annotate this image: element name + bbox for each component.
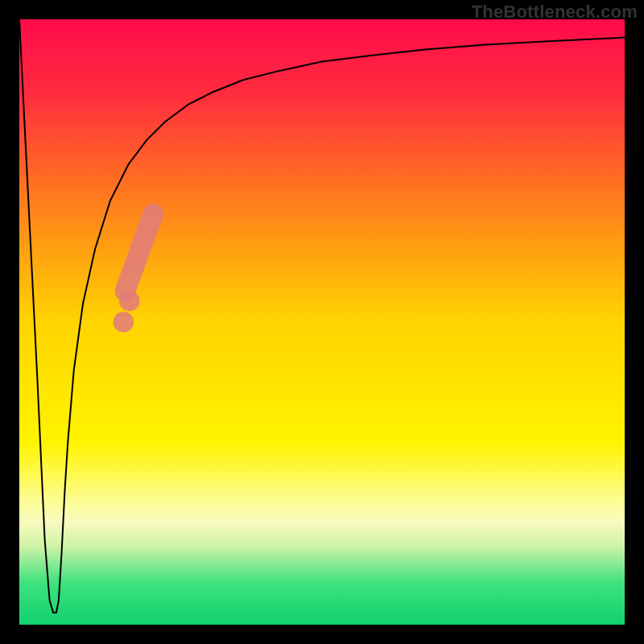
gradient-background xyxy=(19,19,625,625)
highlight-dot-mid xyxy=(119,291,140,312)
bottleneck-chart xyxy=(19,19,625,625)
highlight-dot-low xyxy=(114,312,134,332)
chart-container: TheBottleneck.com xyxy=(0,0,644,644)
